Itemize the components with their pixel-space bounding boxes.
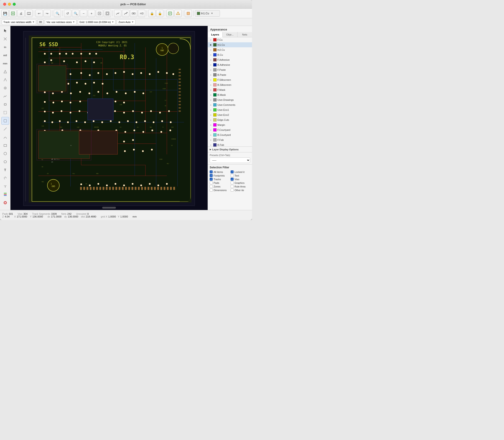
layer-item-f-paste[interactable]: ●F.Paste <box>208 67 252 72</box>
place-footprint[interactable] <box>1 174 9 182</box>
layer-item-f-courtyard[interactable]: ●F.Courtyard <box>208 127 252 132</box>
zoom-fit-button[interactable] <box>96 10 103 17</box>
layer-item-b-paste[interactable]: ●B.Paste <box>208 72 252 77</box>
sf-checkbox[interactable] <box>231 185 234 188</box>
tab-layers[interactable]: Layers <box>208 32 223 37</box>
lock-button[interactable]: 🔒 <box>148 10 155 17</box>
canvas-scrollbar[interactable] <box>102 207 116 209</box>
layer-item-f-mask[interactable]: ●F.Mask <box>208 87 252 92</box>
unlock-button[interactable]: 🔓 <box>156 10 163 17</box>
pcb-canvas[interactable]: S6 SSD C24 Copyright (C) 2021 MODOS/ Wen… <box>11 26 208 210</box>
measure-in[interactable]: in <box>1 43 9 51</box>
layer-toggle[interactable] <box>1 191 9 198</box>
interactive-router[interactable] <box>130 10 137 17</box>
render-button[interactable] <box>185 10 192 17</box>
netinspect-button[interactable] <box>167 10 174 17</box>
layer-vis-icon[interactable]: ● <box>209 49 212 51</box>
route-single[interactable] <box>1 76 9 84</box>
sf-checkbox[interactable] <box>231 174 234 177</box>
layer-vis-icon[interactable]: ● <box>209 144 212 146</box>
print-button[interactable]: 🖨 <box>17 10 25 17</box>
via-size-select[interactable]: Via: use netclass sizes ▼ <box>45 19 76 25</box>
select-tool[interactable] <box>1 27 9 35</box>
measure-mm[interactable]: mm <box>1 60 9 67</box>
tool-1[interactable] <box>1 68 9 76</box>
redo-button[interactable]: ↪ <box>43 10 51 17</box>
sf-checkbox[interactable] <box>231 181 234 184</box>
refresh-button[interactable]: ↺ <box>64 10 71 17</box>
layer-item-f-adhesive[interactable]: ●F.Adhesive <box>208 57 252 62</box>
layer-item-f-cu[interactable]: ●F.Cu <box>208 37 252 42</box>
align-tool[interactable] <box>1 182 9 190</box>
layer-item-user-comments[interactable]: ●User.Comments <box>208 102 252 107</box>
layer-item-b-courtyard[interactable]: ●B.Courtyard <box>208 132 252 138</box>
pointer-tool[interactable] <box>1 117 9 125</box>
layer-vis-icon[interactable]: ● <box>209 79 212 81</box>
layer-item-user-eco1[interactable]: ●User.Eco1 <box>208 107 252 112</box>
presets-select[interactable]: ----- <box>210 157 250 163</box>
draw-polygon[interactable] <box>1 158 9 166</box>
layer-item-margin[interactable]: ●Margin <box>208 122 252 127</box>
draw-circle[interactable] <box>1 150 9 157</box>
draw-rect[interactable] <box>1 141 9 149</box>
find-button[interactable]: 🔍 <box>54 10 61 17</box>
sf-checkbox[interactable]: ✓ <box>210 170 213 173</box>
route-btn1[interactable] <box>114 10 121 17</box>
layer-item-f-silkscreen[interactable]: ●F.Silkscreen <box>208 77 252 82</box>
plot-button[interactable] <box>25 10 33 17</box>
drc-button[interactable]: ! <box>174 10 182 17</box>
layer-vis-icon[interactable]: ● <box>209 74 212 76</box>
board-setup-button[interactable] <box>9 10 17 17</box>
layer-item-b-cu[interactable]: ●B.Cu <box>208 52 252 57</box>
layer-vis-icon[interactable]: ● <box>209 89 212 91</box>
chip-tool[interactable] <box>1 101 9 108</box>
draw-line[interactable] <box>1 125 9 133</box>
layer-item-user-drawings[interactable]: ●User.Drawings <box>208 97 252 102</box>
zoom-select[interactable]: Zoom Auto ▼ <box>117 19 135 25</box>
sf-checkbox[interactable] <box>210 181 213 184</box>
place-via[interactable] <box>1 84 9 92</box>
measure-mil[interactable]: mil <box>1 51 9 59</box>
ldo-toggle[interactable]: ▶ Layer Display Options <box>210 148 250 151</box>
layer-vis-icon[interactable]: ● <box>209 69 212 71</box>
sf-checkbox[interactable]: ✓ <box>231 178 234 181</box>
undo-button[interactable]: ↩ <box>36 10 43 17</box>
layer-vis-icon[interactable]: ● <box>209 124 212 126</box>
layer-vis-icon[interactable]: ● <box>209 59 212 61</box>
sf-checkbox[interactable]: ✓ <box>210 174 213 177</box>
layer-item-edge-cuts[interactable]: ●Edge.Cuts <box>208 117 252 122</box>
layer-item-user-eco2[interactable]: ●User.Eco2 <box>208 112 252 117</box>
layer-vis-icon[interactable]: ● <box>209 94 212 96</box>
layer-item-b-mask[interactable]: ●B.Mask <box>208 92 252 97</box>
layer-item-b-adhesive[interactable]: ●B.Adhesive <box>208 62 252 67</box>
layer-vis-icon[interactable]: ● <box>209 64 212 66</box>
layer-vis-icon[interactable]: ● <box>209 134 212 136</box>
drc-tool[interactable] <box>1 35 9 43</box>
layer-vis-icon[interactable]: ● <box>209 99 212 101</box>
minimize-button[interactable] <box>8 3 11 6</box>
grid-select[interactable]: Grid: 1.0000 mm (0.0394 in) ▼ <box>78 19 115 25</box>
layer-item-b-silkscreen[interactable]: ●B.Silkscreen <box>208 82 252 87</box>
selection-tool[interactable] <box>1 109 9 116</box>
zoom-plus-button[interactable]: + <box>88 10 95 17</box>
tab-objects[interactable]: Obje... <box>223 32 238 37</box>
sf-checkbox[interactable]: ✓ <box>210 178 213 181</box>
layer-vis-icon[interactable]: ● <box>209 119 212 121</box>
save-button[interactable]: 💾 <box>1 10 9 17</box>
layer-vis-icon[interactable]: ● <box>209 104 212 106</box>
tab-nets[interactable]: Nets <box>238 32 252 37</box>
layer-vis-icon[interactable]: ● <box>209 129 212 131</box>
sf-checkbox[interactable] <box>231 189 234 192</box>
layer-vis-icon[interactable]: ● <box>209 139 212 141</box>
layer-vis-icon[interactable]: ● <box>209 39 212 41</box>
layer-vis-icon[interactable]: ● <box>209 54 212 56</box>
place-trace[interactable] <box>1 92 9 100</box>
draw-arc[interactable] <box>1 133 9 141</box>
sf-checkbox[interactable] <box>210 189 213 192</box>
diff-pair-btn[interactable] <box>138 10 145 17</box>
zoom-in-button[interactable] <box>104 10 111 17</box>
layer-item-in1-cu[interactable]: ▶In1.Cu <box>208 42 252 47</box>
layer-selector[interactable]: In1.Cu ▼ <box>195 10 220 17</box>
layer-item-b-fab[interactable]: ●B.Fab <box>208 142 252 147</box>
layer-vis-icon[interactable]: ● <box>209 114 212 116</box>
